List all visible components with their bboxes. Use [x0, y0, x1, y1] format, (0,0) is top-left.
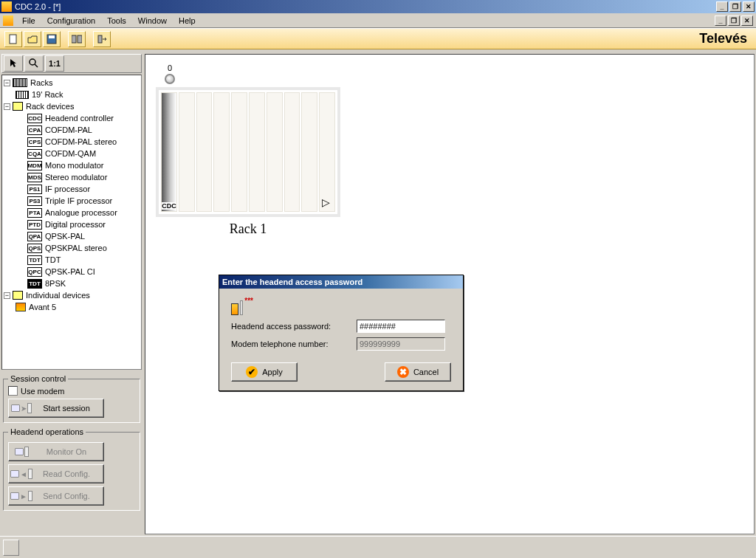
rack-slot[interactable] — [213, 92, 230, 212]
main-toolbar: Televés — [0, 28, 756, 49]
mdi-window-buttons: _ ❐ ✕ — [715, 16, 753, 26]
password-input[interactable] — [357, 320, 445, 333]
tree-device-item[interactable]: PTDDigital processor — [4, 218, 140, 230]
monitor-label: Monitor On — [34, 447, 99, 456]
cancel-icon: ✖ — [397, 366, 409, 378]
read-label: Read Config. — [34, 469, 99, 478]
password-label: Headend access password: — [231, 322, 357, 331]
checkbox-icon — [8, 386, 18, 396]
zoom-1-1-button[interactable]: 1:1 — [45, 55, 64, 72]
device-label: QPSK-PAL — [45, 232, 85, 241]
tb-devices-icon[interactable] — [68, 31, 86, 47]
rack-slot[interactable] — [249, 92, 265, 212]
start-session-icon: ➤ — [13, 402, 30, 415]
menu-window[interactable]: Window — [132, 15, 173, 27]
monitor-on-button[interactable]: Monitor On — [8, 442, 104, 461]
menubar: File Configuration Tools Window Help _ ❐… — [0, 13, 756, 28]
session-legend: Session control — [8, 374, 68, 383]
device-tree[interactable]: − Racks 19' Rack − Rack devices CDCHeade… — [1, 75, 142, 370]
tree-device-item[interactable]: TDT8PSK — [4, 278, 140, 289]
device-label: COFDM-QAM — [45, 149, 96, 158]
pointer-icon[interactable] — [4, 55, 23, 72]
headend-operations-group: Headend operations Monitor On ◄ Read Con… — [3, 427, 140, 511]
tree-device-item[interactable]: PS3Triple IF processor — [4, 195, 140, 207]
use-modem-checkbox[interactable]: Use modem — [8, 386, 135, 396]
restore-button[interactable]: ❐ — [729, 1, 741, 12]
tb-connect-icon[interactable] — [93, 31, 111, 47]
taskbar — [0, 536, 756, 558]
folder-icon — [13, 102, 23, 111]
send-config-button[interactable]: ► Send Config. — [8, 486, 104, 506]
tree-node-avant5[interactable]: Avant 5 — [4, 301, 140, 313]
mdi-minimize-button[interactable]: _ — [715, 16, 726, 26]
tree-node-rack-devices[interactable]: − Rack devices — [4, 100, 140, 112]
rack-slot-0[interactable] — [161, 92, 177, 212]
rack-slot[interactable] — [319, 92, 335, 212]
tree-device-item[interactable]: QPCQPSK-PAL CI — [4, 266, 140, 278]
brand-logo: Televés — [699, 31, 747, 46]
mdi-close-button[interactable]: ✕ — [741, 16, 753, 26]
tree-device-item[interactable]: CQACOFDM-QAM — [4, 148, 140, 159]
menu-help[interactable]: Help — [173, 15, 202, 27]
menu-configuration[interactable]: Configuration — [41, 15, 101, 27]
device-type-icon: CDC — [27, 114, 42, 123]
check-icon: ✔ — [246, 366, 258, 378]
device-label: QPSK-PAL CI — [45, 267, 95, 276]
device-label: Analogue processor — [45, 208, 117, 217]
cancel-button[interactable]: ✖ Cancel — [385, 362, 451, 382]
task-item[interactable] — [3, 540, 19, 556]
start-session-button[interactable]: ➤ Start session — [8, 399, 104, 418]
left-pane: 1:1 − Racks 19' Rack − Rack devices CDCH… — [1, 54, 142, 534]
minimize-button[interactable]: _ — [716, 1, 728, 12]
tree-node-19rack[interactable]: 19' Rack — [4, 89, 140, 100]
tree-device-item[interactable]: MDMMono modulator — [4, 159, 140, 171]
tree-device-item[interactable]: TDTTDT — [4, 254, 140, 266]
menu-tools[interactable]: Tools — [101, 15, 132, 27]
dialog-title: Enter the headend access password — [219, 275, 463, 289]
rack-box[interactable]: ▷ — [156, 87, 340, 217]
tree-node-individual[interactable]: − Individual devices — [4, 289, 140, 301]
rack-slot[interactable] — [267, 92, 283, 212]
read-config-button[interactable]: ◄ Read Config. — [8, 464, 104, 483]
tree-device-item[interactable]: MDSStereo modulator — [4, 171, 140, 183]
avant-label: Avant 5 — [29, 303, 56, 311]
tb-new-icon[interactable] — [4, 31, 22, 47]
zoom-icon[interactable] — [24, 55, 44, 72]
apply-button[interactable]: ✔ Apply — [231, 362, 298, 382]
tree-device-item[interactable]: QPAQPSK-PAL — [4, 230, 140, 242]
device-type-icon: PTA — [27, 208, 42, 218]
rack-slot[interactable] — [284, 92, 300, 212]
folder-icon — [13, 291, 23, 300]
rack-slot[interactable] — [179, 92, 195, 212]
collapse-icon[interactable]: − — [4, 80, 10, 86]
collapse-icon[interactable]: − — [4, 292, 10, 299]
tree-device-item[interactable]: QPSQPSKPAL stereo — [4, 242, 140, 254]
send-label: Send Config. — [34, 492, 99, 500]
rack-slot[interactable] — [196, 92, 213, 212]
tree-device-item[interactable]: PS1IF processor — [4, 183, 140, 195]
tree-node-racks[interactable]: − Racks — [4, 77, 140, 89]
tb-save-icon[interactable] — [43, 31, 61, 47]
rack19-label: 19' Rack — [32, 90, 63, 99]
rack-knob-icon[interactable] — [165, 74, 175, 84]
svg-rect-2 — [49, 35, 55, 38]
rack-icon — [13, 78, 27, 87]
tree-device-item[interactable]: CPACOFDM-PAL — [4, 124, 140, 136]
rack-slot[interactable] — [231, 92, 247, 212]
device-type-icon: MDM — [27, 161, 42, 170]
svg-rect-0 — [10, 35, 16, 44]
tree-device-item[interactable]: CDCHeadend controller — [4, 112, 140, 124]
individual-label: Individual devices — [26, 291, 90, 300]
tree-toolbar: 1:1 — [1, 54, 142, 73]
dialog-icon: *** — [231, 294, 253, 315]
tree-device-item[interactable]: PTAAnalogue processor — [4, 207, 140, 218]
menu-file[interactable]: File — [16, 15, 41, 27]
rack-slot[interactable] — [301, 92, 317, 212]
close-button[interactable]: ✕ — [743, 1, 755, 12]
rack-next-icon[interactable]: ▷ — [322, 196, 330, 208]
tree-device-item[interactable]: CPSCOFDM-PAL stereo — [4, 136, 140, 148]
device-label: Mono modulator — [45, 161, 104, 170]
mdi-restore-button[interactable]: ❐ — [728, 16, 740, 26]
tb-open-icon[interactable] — [24, 31, 41, 47]
collapse-icon[interactable]: − — [4, 103, 10, 110]
